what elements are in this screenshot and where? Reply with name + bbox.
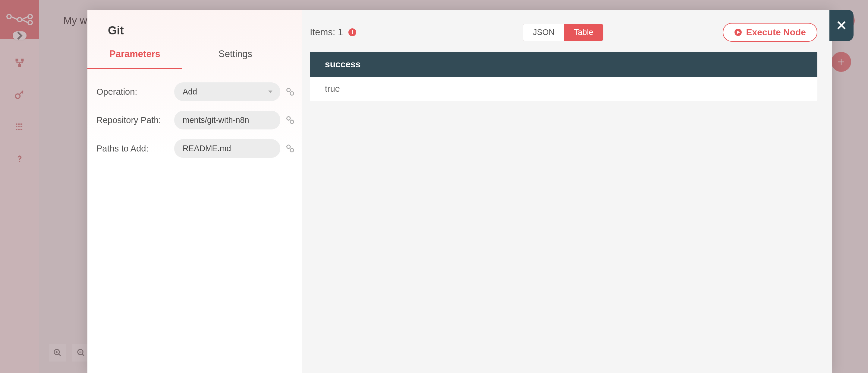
play-circle-icon xyxy=(734,28,742,36)
param-repository-path: Repository Path: ments/git-with-n8n xyxy=(96,111,298,130)
close-button[interactable] xyxy=(830,10,854,41)
close-icon xyxy=(835,19,847,31)
items-count-label: Items: 1 xyxy=(310,27,343,38)
svg-point-11 xyxy=(287,88,290,92)
tab-parameters[interactable]: Parameters xyxy=(87,49,182,69)
param-options-icon[interactable] xyxy=(285,87,296,97)
svg-point-12 xyxy=(290,92,293,95)
execute-node-button[interactable]: Execute Node xyxy=(723,23,817,41)
svg-point-15 xyxy=(287,145,290,148)
view-table-button[interactable]: Table xyxy=(564,24,603,41)
view-json-button[interactable]: JSON xyxy=(523,24,564,41)
output-table: success true xyxy=(310,52,817,101)
node-title: Git xyxy=(87,10,302,49)
svg-point-14 xyxy=(290,120,293,123)
node-output-panel: Items: 1 i JSON Table Execute Node succe… xyxy=(302,10,832,373)
operation-select[interactable]: Add xyxy=(174,82,280,101)
repository-path-input[interactable]: ments/git-with-n8n xyxy=(174,111,280,130)
panel-tabs: Parameters Settings xyxy=(87,49,302,69)
tab-settings[interactable]: Settings xyxy=(182,49,302,69)
paths-to-add-input[interactable]: README.md xyxy=(174,139,280,158)
table-header-cell: success xyxy=(310,52,817,77)
node-editor-modal: Git Parameters Settings Operation: Add R… xyxy=(87,10,832,373)
table-data-cell: true xyxy=(310,77,817,101)
param-label: Operation: xyxy=(96,87,170,97)
param-options-icon[interactable] xyxy=(285,143,296,153)
svg-point-13 xyxy=(287,117,290,120)
node-parameters-panel: Git Parameters Settings Operation: Add R… xyxy=(87,10,302,373)
param-label: Paths to Add: xyxy=(96,144,170,153)
param-paths-to-add: Paths to Add: README.md xyxy=(96,139,298,158)
param-options-icon[interactable] xyxy=(285,115,296,125)
param-operation: Operation: Add xyxy=(96,82,298,101)
info-badge-icon[interactable]: i xyxy=(348,28,356,36)
output-view-toggle: JSON Table xyxy=(523,24,603,41)
param-label: Repository Path: xyxy=(96,115,170,125)
svg-point-16 xyxy=(290,148,293,152)
